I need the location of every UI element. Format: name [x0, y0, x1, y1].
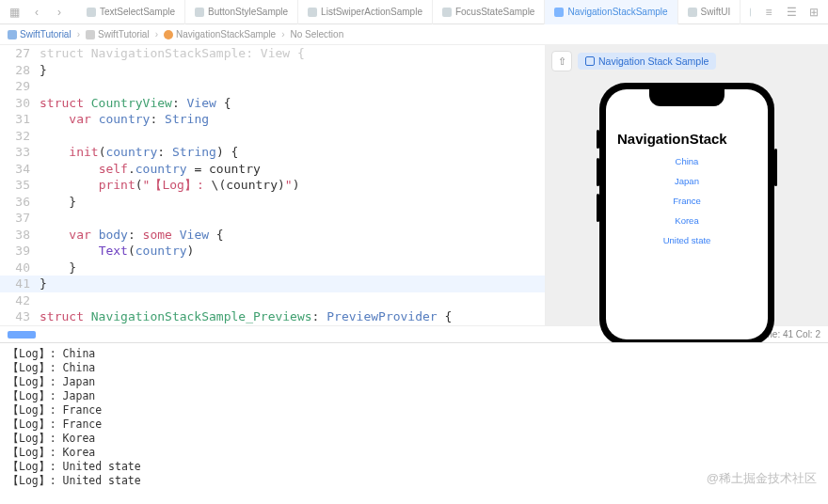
- code-line[interactable]: 32: [0, 128, 545, 145]
- code-line[interactable]: 38 var body: some View {: [0, 227, 545, 244]
- tab-ButtonSample[interactable]: ButtonSample: [740, 0, 751, 24]
- preview-panel: ⇧ Navigation Stack Sample NavigationStac…: [546, 45, 828, 325]
- app-root: ▦ ‹ › TextSelectSampleButtonStyleSampleL…: [0, 0, 828, 504]
- code-line[interactable]: 42: [0, 292, 545, 309]
- code-line[interactable]: 40 }: [0, 260, 545, 276]
- nav-link[interactable]: China: [676, 156, 699, 166]
- console-line: 【Log】: China: [8, 347, 820, 361]
- code-area[interactable]: 27struct NavigationStackSample: View {28…: [0, 45, 545, 325]
- menu-grid-icon[interactable]: ▦: [4, 2, 24, 23]
- assistant-icon[interactable]: ≡: [758, 2, 779, 23]
- code-line[interactable]: 35 print("【Log】: \(country)"): [0, 177, 545, 194]
- code-line[interactable]: 37: [0, 210, 545, 227]
- nav-link[interactable]: Japan: [675, 176, 699, 186]
- code-line[interactable]: 28}: [0, 62, 545, 79]
- code-line[interactable]: 27struct NavigationStackSample: View {: [0, 45, 545, 62]
- nav-back-button[interactable]: ‹: [26, 2, 47, 23]
- pin-button[interactable]: ⇧: [551, 51, 572, 71]
- nav-link[interactable]: Korea: [675, 215, 698, 226]
- tab-SwiftUI[interactable]: SwiftUI: [678, 0, 741, 24]
- device-notch: [649, 89, 724, 106]
- nav-link[interactable]: United state: [663, 235, 711, 245]
- device-screen[interactable]: NavigationStack ChinaJapanFranceKoreaUni…: [606, 89, 768, 339]
- list-icon[interactable]: ☰: [781, 2, 802, 23]
- code-line[interactable]: 31 var country: String: [0, 111, 545, 128]
- bc-selection: No Selection: [291, 29, 344, 39]
- console-line: 【Log】: France: [8, 417, 820, 432]
- preview-header: ⇧ Navigation Stack Sample: [546, 45, 828, 77]
- code-line[interactable]: 29: [0, 78, 545, 95]
- console-output[interactable]: @稀土掘金技术社区 【Log】: China【Log】: China【Log】:…: [0, 342, 828, 504]
- code-line[interactable]: 41}: [0, 276, 545, 292]
- code-line[interactable]: 43struct NavigationStackSample_Previews:…: [0, 308, 545, 325]
- console-line: 【Log】: Korea: [8, 432, 820, 446]
- preview-chip[interactable]: Navigation Stack Sample: [578, 53, 716, 70]
- preview-chip-label: Navigation Stack Sample: [598, 55, 709, 67]
- code-line[interactable]: 33 init(country: String) {: [0, 144, 545, 161]
- console-line: 【Log】: France: [8, 403, 820, 417]
- code-line[interactable]: 30struct CountryView: View {: [0, 95, 545, 112]
- tabs-container: TextSelectSampleButtonStyleSampleListSwi…: [77, 0, 751, 24]
- console-line: 【Log】: Japan: [8, 375, 820, 389]
- device-frame: NavigationStack ChinaJapanFranceKoreaUni…: [599, 83, 774, 346]
- tab-ListSwiperActionSample[interactable]: ListSwiperActionSample: [298, 0, 433, 24]
- main-split: 27struct NavigationStackSample: View {28…: [0, 45, 828, 325]
- bc-target[interactable]: SwiftTutorial: [86, 29, 150, 39]
- preview-chip-icon: [585, 56, 595, 66]
- console-line: 【Log】: China: [8, 361, 820, 375]
- status-indicator: [8, 331, 36, 339]
- bc-project[interactable]: SwiftTutorial: [8, 29, 72, 39]
- console-line: 【Log】: Korea: [8, 446, 820, 460]
- breadcrumb: SwiftTutorial › SwiftTutorial › Navigati…: [0, 24, 828, 45]
- tab-NavigationStackSample[interactable]: NavigationStackSample: [545, 0, 677, 24]
- nav-list: ChinaJapanFranceKoreaUnited state: [606, 152, 768, 245]
- tab-FocusStateSample[interactable]: FocusStateSample: [433, 0, 546, 24]
- tab-ButtonStyleSample[interactable]: ButtonStyleSample: [185, 0, 298, 24]
- console-line: 【Log】: Japan: [8, 389, 820, 403]
- code-line[interactable]: 39 Text(country): [0, 243, 545, 260]
- nav-link[interactable]: France: [673, 196, 701, 206]
- code-editor[interactable]: 27struct NavigationStackSample: View {28…: [0, 45, 546, 325]
- nav-fwd-button[interactable]: ›: [49, 2, 70, 23]
- device-canvas[interactable]: NavigationStack ChinaJapanFranceKoreaUni…: [546, 77, 828, 346]
- console-line: 【Log】: United state: [8, 460, 820, 474]
- console-line: 【Log】: United state: [8, 474, 820, 488]
- bc-file[interactable]: NavigationStackSample: [164, 29, 276, 39]
- code-line[interactable]: 34 self.country = country: [0, 161, 545, 178]
- tab-toolbar: ▦ ‹ › TextSelectSampleButtonStyleSampleL…: [0, 0, 828, 24]
- tab-TextSelectSample[interactable]: TextSelectSample: [77, 0, 185, 24]
- add-tab-button[interactable]: ⊞: [804, 2, 824, 23]
- code-line[interactable]: 36 }: [0, 194, 545, 211]
